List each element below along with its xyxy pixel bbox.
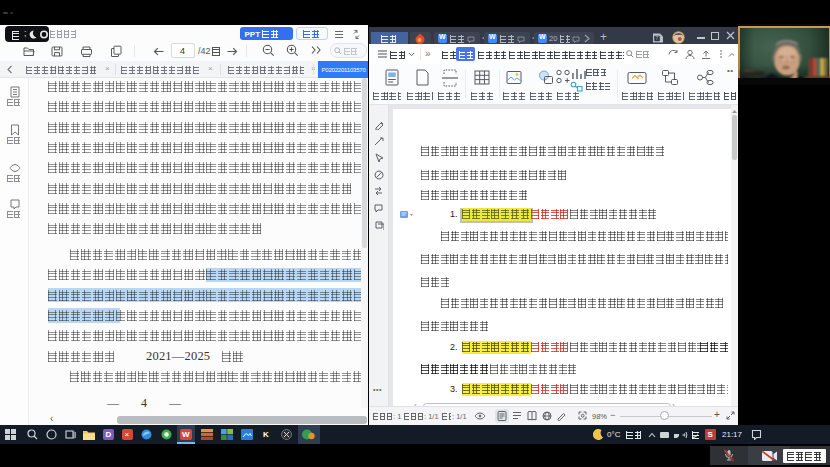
svg-text:7: 7 [655,35,658,41]
